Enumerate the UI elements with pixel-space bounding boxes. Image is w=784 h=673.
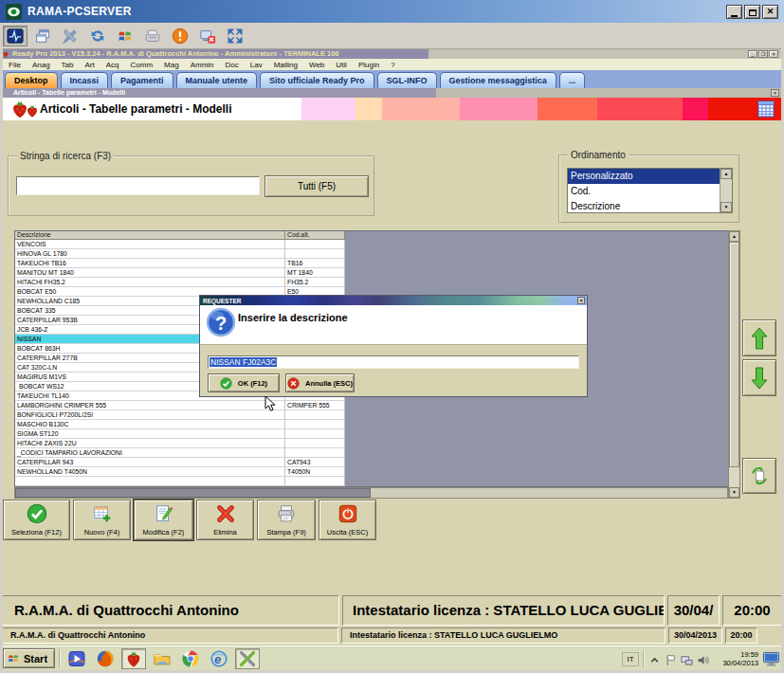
table-row[interactable]: MASCHIO B130C: [15, 420, 345, 429]
cell-descrizione[interactable]: HITACHI FH35.2: [15, 278, 285, 287]
show-desktop-icon[interactable]: [762, 651, 780, 667]
move-down-button[interactable]: [742, 359, 776, 396]
dialog-titlebar[interactable]: REQUESTER ×: [200, 296, 587, 305]
pc-disconnect-icon[interactable]: [195, 26, 220, 46]
cancel-button[interactable]: Annulla (ESC): [285, 373, 355, 392]
cell-descrizione[interactable]: HINOVA GL 1780: [15, 249, 285, 259]
scrollbar-thumb[interactable]: [729, 242, 739, 467]
column-header-descrizione[interactable]: Descrizione: [15, 231, 285, 240]
refresh-icon[interactable]: [85, 26, 110, 46]
maximize-button[interactable]: [744, 5, 760, 19]
cell-codalt[interactable]: [285, 429, 345, 439]
menu-ammin[interactable]: Ammin: [185, 61, 220, 69]
chrome-icon[interactable]: [178, 648, 203, 669]
table-row[interactable]: VENCOIS: [15, 240, 345, 249]
scroll-up-icon[interactable]: ▲: [729, 231, 739, 242]
menu-lav[interactable]: Lav: [245, 61, 268, 69]
menu-file[interactable]: File: [3, 61, 27, 69]
scroll-down-icon[interactable]: ▼: [729, 487, 739, 498]
table-row[interactable]: CATERPILLAR 943CAT943: [15, 458, 345, 467]
grid-horizontal-scrollbar[interactable]: [14, 487, 728, 499]
menu-util[interactable]: Util: [330, 61, 353, 69]
mdi-close-button[interactable]: ×: [769, 50, 778, 58]
mdi-restore-button[interactable]: ❐: [758, 50, 768, 58]
firefox-icon[interactable]: [93, 648, 118, 669]
ready-pro-icon[interactable]: [121, 648, 146, 669]
grid-table-icon[interactable]: [757, 100, 775, 118]
speaker-icon[interactable]: [697, 653, 709, 665]
table-row[interactable]: HITACHI FH35.2FH35.2: [15, 278, 345, 287]
table-row[interactable]: HINOVA GL 1780: [15, 249, 345, 259]
move-up-button[interactable]: [742, 319, 776, 356]
cell-codalt[interactable]: TB16: [285, 259, 345, 268]
cell-codalt[interactable]: [285, 249, 345, 259]
tab-gestione-messaggistica[interactable]: Gestione messaggistica: [440, 72, 556, 88]
cell-codalt[interactable]: [285, 439, 345, 448]
table-row[interactable]: _CODICI TAMPARIO LAVORAZIONI: [15, 448, 345, 458]
cell-codalt[interactable]: [285, 410, 345, 420]
cell-descrizione[interactable]: BONFIGLIOLI P7200L/2SI: [15, 410, 285, 420]
ordering-option-cod[interactable]: Cod.: [568, 184, 720, 199]
elimina-button[interactable]: Elimina: [196, 500, 254, 540]
tab-manuale-utente[interactable]: Manuale utente: [176, 72, 258, 88]
ordering-scrollbar[interactable]: ▲ ▼: [720, 169, 732, 212]
cell-descrizione[interactable]: NEWHOLLAND T4050N: [15, 467, 285, 477]
modifica-f2-button[interactable]: Modifica (F2): [134, 500, 193, 540]
tab-more[interactable]: ...: [559, 72, 586, 88]
tab-sito-ufficiale-ready-pro[interactable]: Sito ufficiale Ready Pro: [260, 72, 374, 88]
start-button[interactable]: Start: [3, 648, 55, 668]
internet-explorer-icon[interactable]: e: [207, 648, 231, 669]
chevron-up-icon[interactable]: [648, 653, 661, 665]
menu-comm[interactable]: Comm: [125, 61, 159, 69]
tab-desktop[interactable]: Desktop: [5, 72, 58, 88]
minimize-button[interactable]: [726, 5, 742, 19]
cell-descrizione[interactable]: LAMBORGHINI CRIMPER 555: [15, 401, 285, 410]
cell-codalt[interactable]: [285, 420, 345, 429]
scroll-down-icon[interactable]: ▼: [720, 202, 732, 212]
table-row[interactable]: TAKEUCHI TB16TB16: [15, 259, 345, 268]
expand-screen-icon[interactable]: [223, 26, 247, 46]
x-app-icon[interactable]: [235, 648, 260, 669]
taskbar-clock[interactable]: 19:59 30/04/2013: [713, 650, 758, 667]
cell-descrizione[interactable]: HITACHI ZAXIS 22U: [15, 439, 285, 448]
table-row[interactable]: BONFIGLIOLI P7200L/2SI: [15, 410, 345, 420]
table-row[interactable]: [15, 477, 345, 486]
scrollbar-thumb[interactable]: [15, 488, 371, 498]
ok-button[interactable]: OK (F12): [208, 373, 280, 392]
fax-machine-icon[interactable]: [140, 26, 165, 46]
cascade-windows-icon[interactable]: [30, 26, 55, 46]
cell-descrizione[interactable]: SIGMA ST120: [15, 429, 285, 439]
nuovo-f4-button[interactable]: Nuovo (F4): [73, 500, 131, 540]
menu-help[interactable]: ?: [385, 61, 400, 69]
table-row[interactable]: MANITOU MT 1840MT 1840: [15, 268, 345, 278]
tools-icon[interactable]: [58, 26, 82, 46]
seleziona-f12-button[interactable]: Seleziona (F12): [3, 500, 70, 540]
network-pc-icon[interactable]: [681, 653, 693, 665]
cell-descrizione[interactable]: _CODICI TAMPARIO LAVORAZIONI: [15, 448, 285, 458]
cell-codalt[interactable]: FH35.2: [285, 278, 345, 287]
menu-acq[interactable]: Acq: [100, 61, 125, 69]
cell-codalt[interactable]: [285, 448, 345, 458]
cell-descrizione[interactable]: VENCOIS: [15, 240, 285, 249]
table-row[interactable]: SIGMA ST120: [15, 429, 345, 439]
menu-mailing[interactable]: Mailing: [268, 61, 303, 69]
menu-anag[interactable]: Anag: [27, 61, 56, 69]
cell-descrizione[interactable]: MANITOU MT 1840: [15, 268, 285, 278]
show-all-button[interactable]: Tutti (F5): [264, 175, 369, 197]
activity-monitor-icon[interactable]: [3, 26, 27, 46]
menu-mag[interactable]: Mag: [158, 61, 185, 69]
description-input[interactable]: NISSAN FJ02A3C: [208, 355, 579, 369]
language-indicator[interactable]: IT: [622, 652, 639, 666]
tab-sgl-info[interactable]: SGL-INFO: [377, 72, 437, 88]
table-row[interactable]: LAMBORGHINI CRIMPER 555CRIMPER 555: [15, 401, 345, 410]
column-header-codalt[interactable]: Cod.alt.: [285, 231, 345, 240]
flag-icon[interactable]: [665, 653, 677, 665]
cell-codalt[interactable]: MT 1840: [285, 268, 345, 278]
cell-descrizione[interactable]: [15, 477, 285, 486]
table-row[interactable]: NEWHOLLAND T4050NT4050N: [15, 467, 345, 477]
cell-codalt[interactable]: [285, 477, 345, 486]
dialog-close-icon[interactable]: ×: [577, 297, 585, 304]
windows-logo-icon[interactable]: [113, 26, 137, 46]
file-explorer-icon[interactable]: [150, 648, 174, 669]
warning-icon[interactable]: [168, 26, 192, 46]
